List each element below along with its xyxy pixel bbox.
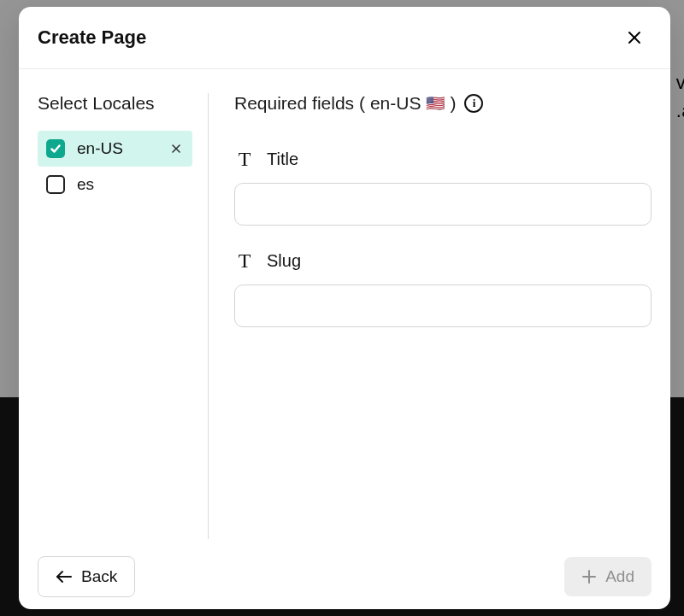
locales-pane: Select Locales en-US es [38,93,209,539]
title-input[interactable] [234,183,652,226]
background-obscured-text: v.a [676,68,684,125]
field-group-slug: T Slug [234,249,652,327]
locale-item-en-us[interactable]: en-US [38,131,192,167]
info-button[interactable]: i [464,94,483,113]
flag-icon: 🇺🇸 [426,94,445,113]
modal-footer: Back Add [19,548,670,609]
modal-body: Select Locales en-US es Required fields … [19,69,670,548]
text-type-icon: T [234,148,255,171]
info-icon: i [473,97,476,110]
locale-item-es[interactable]: es [38,167,192,202]
slug-input[interactable] [234,285,652,327]
modal-header: Create Page [19,7,670,69]
back-button-label: Back [81,567,117,586]
field-label: Title [267,150,298,169]
field-label-row: T Slug [234,249,652,273]
required-heading-suffix: ) [450,93,456,114]
field-label: Slug [267,251,301,271]
locale-remove-button[interactable] [168,141,184,156]
x-icon [171,144,181,154]
create-page-modal: Create Page Select Locales en-US es [19,7,670,609]
check-icon [50,143,62,155]
locale-checkbox[interactable] [46,139,65,158]
close-icon [626,29,643,46]
fields-pane: Required fields (en-US 🇺🇸) i T Title T S… [209,93,652,539]
locales-heading: Select Locales [38,93,192,114]
close-button[interactable] [622,26,646,50]
required-heading-prefix: Required fields ( [234,93,365,114]
locale-checkbox[interactable] [46,175,65,194]
field-group-title: T Title [234,148,652,226]
text-type-icon: T [234,249,255,273]
plus-icon [581,569,597,584]
required-fields-heading: Required fields (en-US 🇺🇸) i [234,93,652,114]
back-button[interactable]: Back [38,556,135,597]
add-button[interactable]: Add [564,557,652,596]
modal-title: Create Page [38,26,146,49]
required-heading-locale: en-US [370,93,422,114]
locale-label: es [77,175,94,194]
field-label-row: T Title [234,148,652,171]
arrow-left-icon [56,570,73,584]
add-button-label: Add [605,567,634,586]
locale-label: en-US [77,139,123,158]
